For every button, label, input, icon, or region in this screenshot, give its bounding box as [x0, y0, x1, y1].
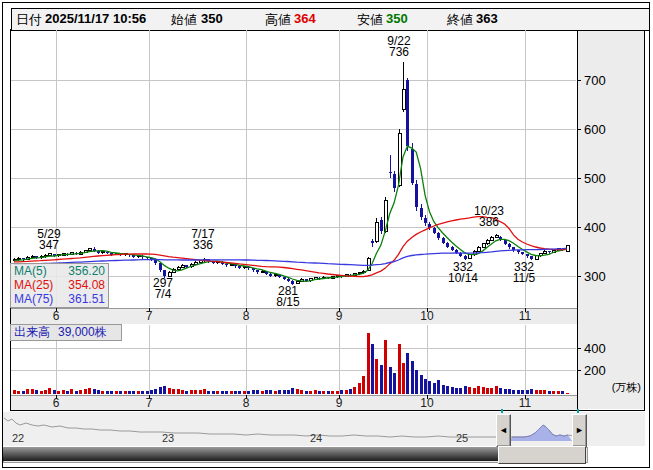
month-label-bottom-9: 9	[327, 396, 351, 410]
month-axis-bottom	[11, 395, 577, 410]
time-scrollbar-thumb[interactable]	[498, 446, 586, 464]
month-axis-top	[11, 308, 577, 324]
time-scrollbar-filled	[3, 447, 499, 461]
annotation-7-4: 2977/4	[143, 278, 183, 300]
month-label-bottom-8: 8	[234, 396, 258, 410]
annotation-10-14: 33210/14	[441, 262, 485, 284]
price-tick-300: 300	[584, 269, 606, 284]
year-label-22: 22	[12, 432, 24, 444]
close-value: 363	[476, 11, 498, 26]
range-right-arrow-button[interactable]: ►	[572, 414, 587, 447]
low-value: 350	[386, 11, 408, 26]
annotation-9-22: 9/22736	[379, 36, 419, 58]
month-label-top-8: 8	[234, 309, 258, 323]
open-label: 始値	[171, 11, 197, 29]
volume-tick-400: 400	[584, 341, 606, 356]
volume-tick-200: 200	[584, 363, 606, 378]
ma5-row: MA(5)356.20	[11, 264, 108, 278]
month-label-bottom-7: 7	[137, 396, 161, 410]
range-left-arrow-button[interactable]: ◄	[496, 414, 511, 447]
month-label-top-10: 10	[415, 309, 439, 323]
stock-chart-app: { "header": { "date_label": "日付", "date_…	[0, 0, 653, 470]
quote-header: 日付 2025/11/17 10:56 始値 350 高値 364 安値 350…	[11, 8, 650, 31]
month-label-top-11: 11	[513, 309, 537, 323]
ma25-row: MA(25)354.08	[11, 278, 108, 292]
month-label-top-7: 7	[137, 309, 161, 323]
ma75-row: MA(75)361.51	[11, 292, 108, 306]
year-label-25: 25	[456, 432, 468, 444]
price-tick-600: 600	[584, 122, 606, 137]
annotation-10-23: 10/23386	[467, 206, 511, 228]
date-value: 2025/11/17 10:56	[45, 11, 146, 26]
annotation-8-15: 2818/15	[268, 286, 308, 308]
annotation-7-17: 7/17336	[183, 229, 223, 251]
price-tick-700: 700	[584, 73, 606, 88]
price-tick-500: 500	[584, 171, 606, 186]
close-label: 終値	[447, 11, 473, 29]
month-label-bottom-6: 6	[44, 396, 68, 410]
annotation-5-29: 5/29347	[29, 229, 69, 251]
high-label: 高値	[265, 11, 291, 29]
range-minimap[interactable]	[3, 412, 645, 446]
price-tick-400: 400	[584, 220, 606, 235]
year-label-23: 23	[162, 432, 174, 444]
ma-legend: MA(5)356.20 MA(25)354.08 MA(75)361.51	[10, 263, 109, 308]
month-label-top-6: 6	[44, 309, 68, 323]
open-value: 350	[201, 11, 223, 26]
low-label: 安値	[357, 11, 383, 29]
date-label: 日付	[16, 11, 42, 29]
high-value: 364	[294, 11, 316, 26]
range-handle-mark-right-top	[577, 409, 579, 413]
volume-legend: 出来高39,000株	[10, 324, 122, 341]
year-label-24: 24	[310, 432, 322, 444]
volume-unit-label: (万株)	[584, 380, 641, 395]
month-label-top-9: 9	[327, 309, 351, 323]
month-label-bottom-10: 10	[415, 396, 439, 410]
annotation-11-5: 33211/5	[504, 262, 544, 284]
range-handle-mark-left-top	[501, 409, 503, 413]
month-label-bottom-11: 11	[513, 396, 537, 410]
